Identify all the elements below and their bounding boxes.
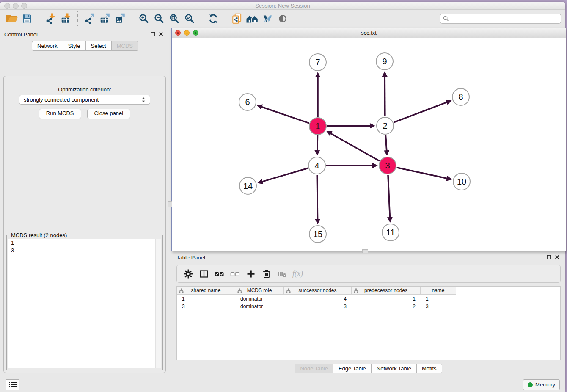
graph-edge-3-11[interactable] <box>388 175 390 218</box>
unselect-all-icon[interactable] <box>227 268 243 280</box>
close-table-panel-icon[interactable] <box>555 255 559 259</box>
import-table-icon[interactable] <box>58 12 74 25</box>
table-cell[interactable]: 4 <box>284 295 352 302</box>
column-header-MCDS-role[interactable]: MCDS role <box>235 287 284 295</box>
export-table-icon[interactable] <box>97 12 113 25</box>
import-network-icon[interactable] <box>43 12 58 25</box>
graph-node-4[interactable]: 4 <box>308 157 326 174</box>
function-builder-icon[interactable]: f(x) <box>290 268 306 280</box>
refresh-icon[interactable] <box>206 12 221 25</box>
graph-edge-1-4[interactable] <box>317 135 318 151</box>
graph-edge-3-10[interactable] <box>396 168 447 179</box>
show-hide-icon[interactable] <box>275 12 290 25</box>
float-panel-icon[interactable] <box>151 32 155 36</box>
graph-node-3[interactable]: 3 <box>379 157 396 174</box>
zoom-selected-icon[interactable] <box>182 12 197 25</box>
table-cell[interactable]: 1 <box>352 295 421 302</box>
open-icon[interactable] <box>4 12 19 25</box>
graph-edge-arrowhead <box>370 123 375 129</box>
graph-node-15[interactable]: 15 <box>309 225 327 243</box>
tab-select[interactable]: Select <box>85 41 112 51</box>
column-header-name[interactable]: name <box>421 287 456 295</box>
zoom-out-icon[interactable] <box>151 12 167 25</box>
table-cell[interactable]: 2 <box>352 303 421 310</box>
graph-node-10[interactable]: 10 <box>453 173 471 190</box>
close-panel-icon[interactable] <box>159 32 163 36</box>
table-cell[interactable]: 3 <box>177 303 235 310</box>
run-mcds-button[interactable]: Run MCDS <box>39 109 81 119</box>
tab-mcds[interactable]: MCDS <box>111 41 138 51</box>
graph-node-6[interactable]: 6 <box>239 93 256 111</box>
zoom-fit-icon[interactable] <box>167 12 182 25</box>
network-window-title: scc.txt <box>172 30 566 36</box>
delete-table-icon[interactable] <box>274 268 290 280</box>
graph-node-1[interactable]: 1 <box>309 117 327 135</box>
table-cell[interactable]: dominator <box>235 303 284 310</box>
task-history-button[interactable] <box>6 379 19 390</box>
vertical-splitter-handle[interactable] <box>168 201 172 207</box>
mcds-result-node[interactable]: 3 <box>8 247 161 254</box>
column-header-successor-nodes[interactable]: successor nodes <box>284 287 352 295</box>
delete-row-icon[interactable] <box>259 268 274 280</box>
network-canvas[interactable]: 7968124314101511 <box>172 38 565 250</box>
toolbar-separator <box>39 11 39 26</box>
table-cell[interactable]: 3 <box>421 303 456 310</box>
graph-node-11[interactable]: 11 <box>382 224 399 241</box>
graph-edge-3-1[interactable] <box>330 133 380 161</box>
tab-network-table[interactable]: Network Table <box>371 364 417 373</box>
result-scrollbar[interactable] <box>155 239 161 368</box>
table-cell[interactable]: dominator <box>235 295 284 302</box>
export-image-icon[interactable] <box>113 12 128 25</box>
graph-node-2[interactable]: 2 <box>376 117 394 135</box>
table-cell[interactable]: 1 <box>177 295 235 302</box>
graph-edge-1-6[interactable] <box>261 107 309 123</box>
export-network-icon[interactable] <box>82 12 97 25</box>
zoom-in-icon[interactable] <box>136 12 151 25</box>
window-title: Session: New Session <box>0 3 565 9</box>
network-window-titlebar[interactable]: +−× scc.txt <box>172 28 566 38</box>
first-neighbors-icon[interactable] <box>245 12 260 25</box>
save-icon[interactable] <box>19 12 35 25</box>
settings-icon[interactable] <box>180 268 196 280</box>
criterion-select[interactable]: strongly connected component <box>19 95 150 105</box>
columns-icon[interactable] <box>196 268 212 280</box>
network-view-window: +−× scc.txt 7968124314101511 <box>171 28 566 251</box>
tab-edge-table[interactable]: Edge Table <box>333 364 372 373</box>
graph-edge-2-3[interactable] <box>385 135 386 151</box>
table-panel: Table Panel f(x) shared nameMCDS rolesuc… <box>171 252 565 377</box>
float-table-panel-icon[interactable] <box>547 255 551 259</box>
tab-style[interactable]: Style <box>63 41 86 51</box>
close-panel-button[interactable]: Close panel <box>87 109 131 119</box>
graph-node-8[interactable]: 8 <box>452 88 470 106</box>
graph-node-14[interactable]: 14 <box>239 177 257 195</box>
window-titlebar[interactable]: Session: New Session <box>0 2 565 10</box>
graph-node-9[interactable]: 9 <box>376 52 394 70</box>
graph-edge-1-2[interactable] <box>327 126 371 126</box>
tab-network[interactable]: Network <box>32 41 63 51</box>
add-row-icon[interactable] <box>243 268 259 280</box>
table-row[interactable]: 1dominator411 <box>177 295 560 302</box>
graph-edge-2-8[interactable] <box>394 102 448 122</box>
clone-network-icon[interactable] <box>229 12 245 25</box>
table-cell[interactable]: 1 <box>421 295 456 302</box>
graph-edge-arrowhead <box>446 176 452 181</box>
tab-motifs[interactable]: Motifs <box>416 364 442 373</box>
column-header-shared-name[interactable]: shared name <box>177 287 235 295</box>
graph-edge-arrowhead <box>387 217 393 223</box>
table-row[interactable]: 3dominator323 <box>177 303 560 310</box>
graph-edge-4-14[interactable] <box>262 168 308 182</box>
tab-node-table[interactable]: Node Table <box>295 364 333 373</box>
memory-status-icon <box>528 382 533 387</box>
mcds-result-node[interactable]: 1 <box>8 239 161 247</box>
toggle-graphics-details-icon[interactable] <box>260 12 275 25</box>
graph-edge-4-15[interactable] <box>317 175 317 220</box>
mcds-result-list[interactable]: 13 <box>8 239 161 368</box>
criterion-select-value: strongly connected component <box>24 97 99 103</box>
select-all-icon[interactable] <box>212 268 227 280</box>
table-cell[interactable]: 3 <box>284 303 352 310</box>
graph-node-7[interactable]: 7 <box>309 53 327 71</box>
graph-edge-2-9[interactable] <box>385 76 385 116</box>
search-input[interactable] <box>440 14 561 24</box>
column-header-predecessor-nodes[interactable]: predecessor nodes <box>352 287 421 295</box>
memory-button[interactable]: Memory <box>523 379 560 390</box>
